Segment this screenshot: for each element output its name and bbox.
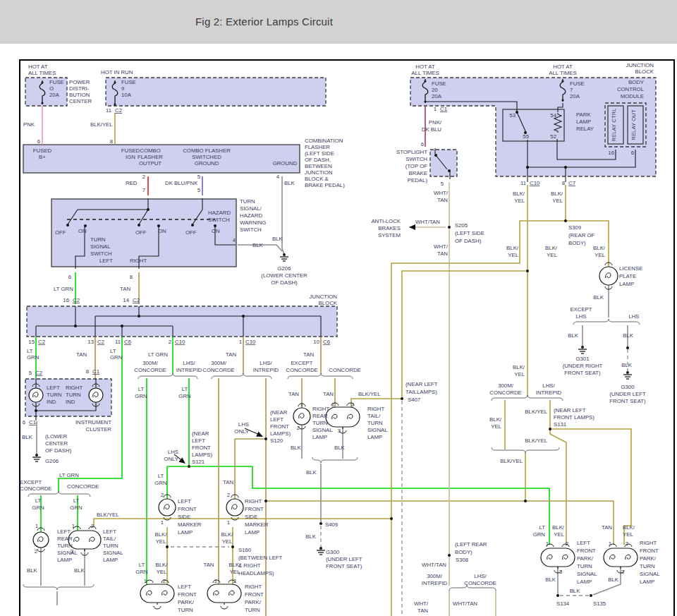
label: G300 <box>621 384 635 390</box>
label: ONLY <box>234 428 249 435</box>
label: LEFT <box>178 498 191 505</box>
label: S131 <box>554 421 566 428</box>
label: LT <box>27 348 33 354</box>
stoplight-switch-box <box>430 150 457 176</box>
splice-dot <box>590 594 592 597</box>
label: BLK <box>334 445 346 451</box>
label: BRAKE PEDAL) <box>305 182 345 188</box>
label: 20A <box>432 93 442 99</box>
label: BODY) <box>455 549 472 555</box>
label: (NEAR LEFT <box>554 407 586 413</box>
label: 1 <box>227 519 230 526</box>
label: (UNDER RIGHT <box>563 363 603 369</box>
label: 9 <box>121 85 124 92</box>
label: CONCORDE <box>134 367 166 373</box>
label: BLK/ <box>623 524 635 531</box>
label: C10 <box>245 339 256 345</box>
label: ALL TIMES <box>28 70 56 76</box>
label: 1 <box>214 578 217 584</box>
label: LAMP <box>367 434 382 440</box>
label: BLK/YEL <box>500 458 523 464</box>
label: YEL <box>222 538 233 545</box>
label: 16 <box>63 297 69 303</box>
splice-dot <box>448 226 451 229</box>
label: 20 <box>432 87 438 93</box>
label: BLK/YEL <box>525 437 547 444</box>
splice-dot <box>516 111 518 114</box>
label: TURN <box>178 607 193 613</box>
label: FRONT <box>192 445 211 451</box>
label: S407 <box>408 397 420 403</box>
label: YEL <box>514 371 525 378</box>
label: BETWEEN <box>305 163 332 169</box>
label: 8 <box>86 368 89 375</box>
label: YEL <box>157 569 167 575</box>
label: PARK/ <box>245 599 262 605</box>
left-front-side-marker-lamp-bulb <box>159 499 176 516</box>
fuse-9-10a-bottom <box>114 103 116 105</box>
label: RIGHT <box>640 540 657 546</box>
splice-dot <box>549 428 551 430</box>
label: (NEAR <box>270 409 288 416</box>
label: RELAY OUT <box>630 109 637 140</box>
splice-dot <box>242 315 245 318</box>
label: B+ <box>39 154 46 160</box>
label: TURN <box>640 563 655 569</box>
label: C2 <box>35 370 42 376</box>
label: BLK <box>568 332 579 339</box>
label: S308 <box>456 557 468 563</box>
splice-dot <box>390 517 393 520</box>
splice-dot <box>66 224 69 227</box>
label: HOT AT <box>415 64 435 70</box>
label: 14 <box>123 297 129 303</box>
label: LAMP <box>57 557 72 563</box>
label: 7 <box>570 87 573 93</box>
label: CONTROL <box>617 86 645 92</box>
label: EXCEPT <box>291 360 312 366</box>
label: (UNDER LEFT <box>326 556 362 562</box>
splice-dot <box>138 224 140 227</box>
label: DK BLU/PNK <box>165 180 198 186</box>
label: BLK <box>22 434 33 440</box>
label: CONCORDE <box>464 580 496 586</box>
label: LAMP <box>178 529 193 536</box>
label: LAMP <box>245 529 260 536</box>
label: (TOP OF <box>405 163 428 169</box>
fuse-20-20a-bottom <box>424 100 426 102</box>
splice-dot <box>401 397 403 400</box>
license-plate-lamp-bulb <box>599 267 618 285</box>
label: OFF <box>135 229 147 236</box>
label: 1 <box>434 106 437 112</box>
label: MARKER <box>245 521 269 528</box>
right-rear-turn-signal-lamp-bulb <box>293 408 310 425</box>
label: TAN <box>437 250 448 257</box>
label: STOPLIGHT <box>396 149 427 155</box>
label: YEL <box>491 423 501 430</box>
label: 10 <box>313 339 319 345</box>
label: G206 <box>45 458 59 464</box>
label: RIGHT <box>367 406 384 412</box>
splice-dot <box>434 154 437 157</box>
label: 1 <box>35 523 38 529</box>
label: 2 <box>566 540 568 547</box>
label: GRN <box>70 505 82 511</box>
splice-dot <box>231 545 234 548</box>
label: EXCEPT <box>20 479 42 485</box>
label: RIGHT <box>245 498 262 505</box>
label: 3 <box>71 548 73 555</box>
label: RIGHT <box>66 385 83 391</box>
label: C2 <box>38 339 45 345</box>
label: INTREPID <box>253 367 279 373</box>
label: FUSE <box>49 79 64 85</box>
label: LHS/ <box>260 360 272 366</box>
label: GROUND <box>195 160 219 167</box>
label: 1 <box>72 523 75 529</box>
label: LAMP <box>640 579 654 585</box>
splice-dot <box>35 409 37 412</box>
label: SWITCHED <box>192 154 221 160</box>
label: C10 <box>175 339 185 345</box>
g206-ground-dot <box>283 253 286 256</box>
label: CONCORDE <box>202 367 234 373</box>
label: LT <box>158 473 164 479</box>
label: 6 <box>23 419 25 425</box>
